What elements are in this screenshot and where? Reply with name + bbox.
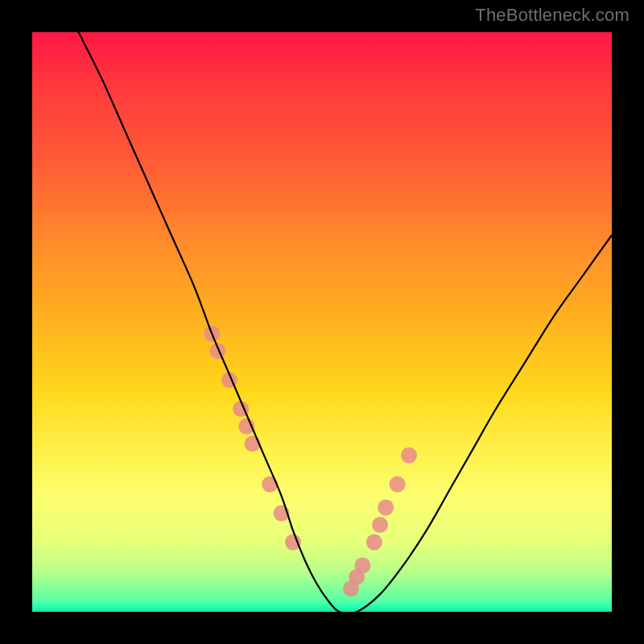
chart-svg [32, 32, 612, 612]
data-marker [378, 499, 394, 515]
data-marker [245, 436, 261, 452]
plot-area [32, 32, 612, 612]
bottleneck-curve [79, 32, 612, 612]
marker-layer [204, 325, 417, 597]
data-marker [366, 535, 382, 551]
data-marker [401, 448, 417, 464]
data-marker [372, 517, 388, 533]
data-marker [285, 535, 301, 551]
data-marker [262, 477, 278, 493]
chart-frame: TheBottleneck.com [0, 0, 644, 644]
data-marker [354, 557, 370, 573]
watermark-text: TheBottleneck.com [475, 5, 630, 26]
data-marker [390, 477, 406, 493]
